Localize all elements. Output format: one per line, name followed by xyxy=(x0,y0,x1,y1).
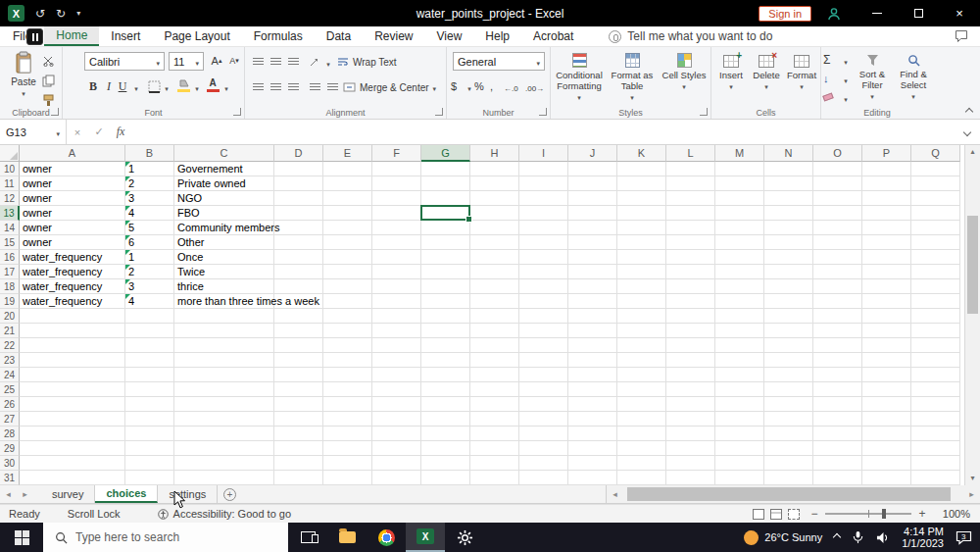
column-header-A[interactable]: A xyxy=(20,145,125,162)
chrome-button[interactable] xyxy=(367,523,406,552)
cell-D30[interactable] xyxy=(274,456,323,471)
cell-Q20[interactable] xyxy=(911,309,960,324)
cell-G13[interactable] xyxy=(421,206,470,221)
zoom-out-icon[interactable]: − xyxy=(806,507,823,521)
cell-I13[interactable] xyxy=(519,206,568,221)
cell-K27[interactable] xyxy=(617,412,666,427)
cell-Q15[interactable] xyxy=(911,235,960,250)
cell-J23[interactable] xyxy=(568,353,617,368)
cell-H29[interactable] xyxy=(470,441,519,456)
cell-M17[interactable] xyxy=(715,265,764,279)
search-input[interactable] xyxy=(75,530,262,544)
cell-C11[interactable]: Private owned xyxy=(174,176,274,191)
row-header-11[interactable]: 11 xyxy=(0,176,20,191)
ribbon-tab-insert[interactable]: Insert xyxy=(99,26,152,46)
cell-O28[interactable] xyxy=(813,427,862,441)
cell-C23[interactable] xyxy=(174,353,274,368)
merge-center-button[interactable]: Merge & Center xyxy=(343,79,436,95)
horizontal-scrollbar[interactable]: ◂ ▸ xyxy=(606,485,980,503)
cell-J12[interactable] xyxy=(568,191,617,206)
cell-M14[interactable] xyxy=(715,221,764,235)
cell-C21[interactable] xyxy=(174,324,274,338)
cell-I25[interactable] xyxy=(519,382,568,397)
taskbar-search-box[interactable] xyxy=(43,523,288,552)
cell-H25[interactable] xyxy=(470,382,519,397)
cell-O18[interactable] xyxy=(813,279,862,294)
cell-P18[interactable] xyxy=(862,279,911,294)
horizontal-scroll-track[interactable] xyxy=(623,485,963,503)
cell-E29[interactable] xyxy=(323,441,372,456)
cell-F18[interactable] xyxy=(372,279,421,294)
cell-H26[interactable] xyxy=(470,397,519,412)
cell-B20[interactable] xyxy=(125,309,174,324)
cell-E22[interactable] xyxy=(323,338,372,353)
column-header-M[interactable]: M xyxy=(715,145,764,162)
cell-M12[interactable] xyxy=(715,191,764,206)
cell-G20[interactable] xyxy=(421,309,470,324)
cell-H11[interactable] xyxy=(470,176,519,191)
cell-C19[interactable]: more than three times a week xyxy=(174,294,274,309)
cell-B27[interactable] xyxy=(125,412,174,427)
start-button[interactable] xyxy=(0,523,43,552)
cell-J28[interactable] xyxy=(568,427,617,441)
ribbon-tab-page-layout[interactable]: Page Layout xyxy=(152,26,241,46)
cell-P27[interactable] xyxy=(862,412,911,427)
customize-toolbar-chevron-icon[interactable]: ▾ xyxy=(76,9,80,18)
font-size-dropdown-icon[interactable] xyxy=(195,56,199,68)
scroll-up-icon[interactable]: ▴ xyxy=(965,145,980,159)
cell-H13[interactable] xyxy=(470,206,519,221)
cell-B25[interactable] xyxy=(125,382,174,397)
cell-E13[interactable] xyxy=(323,206,372,221)
cell-D27[interactable] xyxy=(274,412,323,427)
cell-C25[interactable] xyxy=(174,382,274,397)
cell-P31[interactable] xyxy=(862,471,911,485)
cell-I16[interactable] xyxy=(519,250,568,265)
cell-K30[interactable] xyxy=(617,456,666,471)
cell-H17[interactable] xyxy=(470,265,519,279)
cell-M19[interactable] xyxy=(715,294,764,309)
collapse-ribbon-icon[interactable] xyxy=(965,108,973,116)
cell-O10[interactable] xyxy=(813,162,862,176)
cell-A29[interactable] xyxy=(20,441,125,456)
cell-B24[interactable] xyxy=(125,368,174,382)
row-header-31[interactable]: 31 xyxy=(0,471,20,485)
sign-in-button[interactable]: Sign in xyxy=(759,6,811,22)
cell-O11[interactable] xyxy=(813,176,862,191)
cell-F27[interactable] xyxy=(372,412,421,427)
cell-Q23[interactable] xyxy=(911,353,960,368)
cell-J24[interactable] xyxy=(568,368,617,382)
cell-B17[interactable]: 2 xyxy=(125,265,174,279)
delete-cells-button[interactable]: × Delete xyxy=(750,55,783,91)
cell-H24[interactable] xyxy=(470,368,519,382)
cell-M25[interactable] xyxy=(715,382,764,397)
insert-dropdown-icon[interactable] xyxy=(729,80,733,91)
cell-J22[interactable] xyxy=(568,338,617,353)
cell-Q25[interactable] xyxy=(911,382,960,397)
cell-J13[interactable] xyxy=(568,206,617,221)
number-format-combobox[interactable]: General xyxy=(453,52,545,71)
cell-E19[interactable] xyxy=(323,294,372,309)
cell-P13[interactable] xyxy=(862,206,911,221)
cell-O25[interactable] xyxy=(813,382,862,397)
cell-G18[interactable] xyxy=(421,279,470,294)
sheet-tab-survey[interactable]: survey xyxy=(41,485,95,503)
cell-K29[interactable] xyxy=(617,441,666,456)
row-header-27[interactable]: 27 xyxy=(0,412,20,427)
cell-Q13[interactable] xyxy=(911,206,960,221)
cell-D12[interactable] xyxy=(274,191,323,206)
cell-M23[interactable] xyxy=(715,353,764,368)
autosum-button[interactable]: Σ xyxy=(823,52,830,68)
cell-N27[interactable] xyxy=(764,412,813,427)
row-header-26[interactable]: 26 xyxy=(0,397,20,412)
cell-P17[interactable] xyxy=(862,265,911,279)
cell-P22[interactable] xyxy=(862,338,911,353)
cell-L23[interactable] xyxy=(666,353,715,368)
cell-F19[interactable] xyxy=(372,294,421,309)
cell-F31[interactable] xyxy=(372,471,421,485)
cell-I30[interactable] xyxy=(519,456,568,471)
format-cells-button[interactable]: Format xyxy=(785,55,818,91)
cell-D14[interactable] xyxy=(274,221,323,235)
cell-Q24[interactable] xyxy=(911,368,960,382)
task-view-button[interactable] xyxy=(288,523,327,552)
copy-button[interactable] xyxy=(39,73,57,88)
